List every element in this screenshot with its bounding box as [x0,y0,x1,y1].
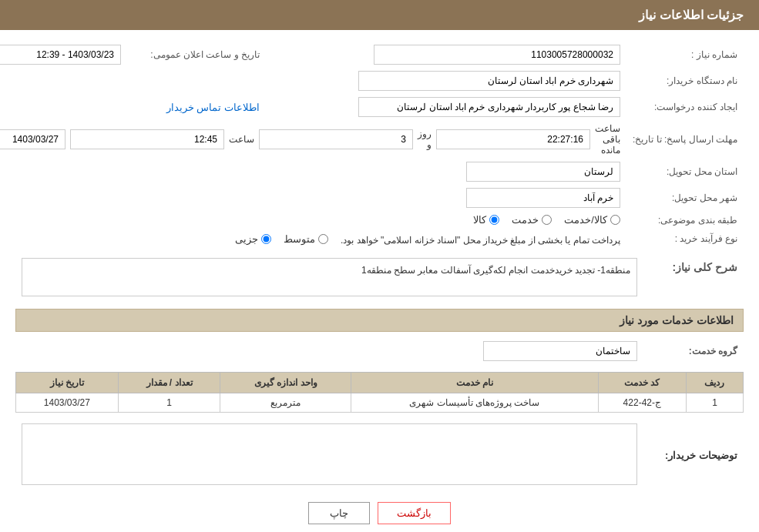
need-summary-row: شرح کلی نیاز: منطقه1- تجدید خریدخدمت انج… [15,255,744,299]
page-header: جزئیات اطلاعات نیاز [0,0,759,30]
category-kala-khadamat-radio[interactable] [610,215,620,225]
purchase-notice: پرداخت تمام یا بخشی از مبلغ خریداز محل "… [341,235,620,246]
need-summary-text: منطقه1- تجدید خریدخدمت انجام لکه‌گیری آس… [361,265,630,276]
need-number-value [281,42,626,68]
delivery-city-row: شهر محل تحویل: [0,185,744,211]
reply-date-input[interactable] [0,129,65,149]
purchase-motawaset-radio[interactable] [318,234,328,244]
cell-service-code: ج-42-422 [598,393,686,413]
category-kala-item: کالا [473,214,499,226]
need-summary-value: منطقه1- تجدید خریدخدمت انجام لکه‌گیری آس… [15,255,643,299]
delivery-city-input[interactable] [466,188,620,208]
service-group-table: گروه خدمت: [15,338,744,364]
main-content: شماره نیاز : تاریخ و ساعت اعلان عمومی: ن… [0,30,759,532]
need-summary-label: شرح کلی نیاز: [643,255,744,299]
reply-deadline-label: مهلت ارسال پاسخ: تا تاریخ: [626,120,744,159]
buyer-notes-cell [15,420,643,490]
delivery-province-row: استان محل تحویل: [0,159,744,185]
delivery-province-value [0,159,626,185]
created-by-label: ایجاد کننده درخواست: [626,94,744,120]
service-group-input[interactable] [483,341,637,361]
buyer-org-label: نام دستگاه خریدار: [626,68,744,94]
purchase-jozi-item: جزیی [235,233,271,245]
announce-date-input[interactable] [0,45,121,65]
need-number-label: شماره نیاز : [626,42,744,68]
need-summary-table: شرح کلی نیاز: منطقه1- تجدید خریدخدمت انج… [15,255,744,299]
category-khadamat-label: خدمت [512,214,539,226]
purchase-motawaset-item: متوسط [284,233,328,245]
purchase-jozi-radio[interactable] [261,234,271,244]
purchase-type-value: پرداخت تمام یا بخشی از مبلغ خریداز محل "… [0,229,626,249]
col-quantity: تعداد / مقدار [118,373,220,393]
announce-date-value [0,42,127,68]
category-khadamat-radio[interactable] [542,215,552,225]
page-title: جزئیات اطلاعات نیاز [639,8,744,22]
reply-deadline-value: ساعت باقی مانده روز و ساعت [0,120,626,159]
buyer-notes-label: توضیحات خریدار: [643,420,744,490]
category-kala-khadamat-item: کالا/خدمت [564,214,620,226]
category-kala-radio[interactable] [489,215,499,225]
category-khadamat-item: خدمت [512,214,552,226]
buyer-org-input[interactable] [358,71,620,91]
category-row: طبقه بندی موضوعی: کالا/خدمت خدمت [0,211,744,229]
need-summary-box: منطقه1- تجدید خریدخدمت انجام لکه‌گیری آس… [22,258,637,296]
reply-time-label: ساعت [229,134,254,145]
buyer-notes-row: توضیحات خریدار: [15,420,744,490]
cell-service-name: ساخت پروژه‌های تأسیسات شهری [351,393,598,413]
cell-row-num: 1 [686,393,743,413]
reply-deadline-row: مهلت ارسال پاسخ: تا تاریخ: ساعت باقی مان… [0,120,744,159]
buyer-notes-table: توضیحات خریدار: [15,420,744,490]
category-label: طبقه بندی موضوعی: [626,211,744,229]
created-by-row: ایجاد کننده درخواست: اطلاعات تماس خریدار [0,94,744,120]
service-group-label: گروه خدمت: [643,338,744,364]
service-table-header-row: ردیف کد خدمت نام خدمت واحد اندازه گیری ت… [16,373,744,393]
category-value: کالا/خدمت خدمت کالا [0,211,626,229]
info-table: شماره نیاز : تاریخ و ساعت اعلان عمومی: ن… [0,42,744,249]
reply-time-input[interactable] [70,129,224,149]
buyer-org-value [0,68,626,94]
need-number-input[interactable] [374,45,620,65]
created-by-input[interactable] [358,97,620,117]
service-data-table: ردیف کد خدمت نام خدمت واحد اندازه گیری ت… [15,372,744,413]
buyer-org-row: نام دستگاه خریدار: [0,68,744,94]
delivery-city-label: شهر محل تحویل: [626,185,744,211]
purchase-type-row: نوع فرآیند خرید : پرداخت تمام یا بخشی از… [0,229,744,249]
button-row: بازگشت چاپ [15,502,744,524]
delivery-province-input[interactable] [466,162,620,182]
col-need-date: تاریخ نیاز [16,373,119,393]
page-wrapper: جزئیات اطلاعات نیاز شماره نیاز : تاریخ و… [0,0,759,532]
announce-date-label: تاریخ و ساعت اعلان عمومی: [127,42,266,68]
remaining-days-input[interactable] [259,129,413,149]
table-row: 1 ج-42-422 ساخت پروژه‌های تأسیسات شهری م… [16,393,744,413]
delivery-city-value [0,185,626,211]
delivery-province-label: استان محل تحویل: [626,159,744,185]
service-group-value [15,338,643,364]
buyer-notes-textarea[interactable] [22,423,637,485]
purchase-type-label: نوع فرآیند خرید : [626,229,744,249]
col-unit: واحد اندازه گیری [220,373,351,393]
purchase-motawaset-label: متوسط [284,233,315,245]
col-row-num: ردیف [686,373,743,393]
service-group-row: گروه خدمت: [15,338,744,364]
print-button[interactable]: چاپ [308,502,370,524]
remaining-days-label: روز و [418,129,432,150]
col-service-code: کد خدمت [598,373,686,393]
contact-link[interactable]: اطلاعات تماس خریدار [166,102,260,113]
remaining-time-input[interactable] [436,129,590,149]
purchase-jozi-label: جزیی [235,233,258,245]
cell-unit: مترمربع [220,393,351,413]
services-section-title: اطلاعات خدمات مورد نیاز [15,309,744,332]
category-kala-khadamat-label: کالا/خدمت [564,214,607,226]
category-kala-label: کالا [473,214,486,226]
created-by-value [266,94,626,120]
back-button[interactable]: بازگشت [378,502,451,524]
need-number-row: شماره نیاز : تاریخ و ساعت اعلان عمومی: [0,42,744,68]
cell-need-date: 1403/03/27 [16,393,119,413]
cell-quantity: 1 [118,393,220,413]
col-service-name: نام خدمت [351,373,598,393]
remaining-time-label: ساعت باقی مانده [595,123,620,156]
